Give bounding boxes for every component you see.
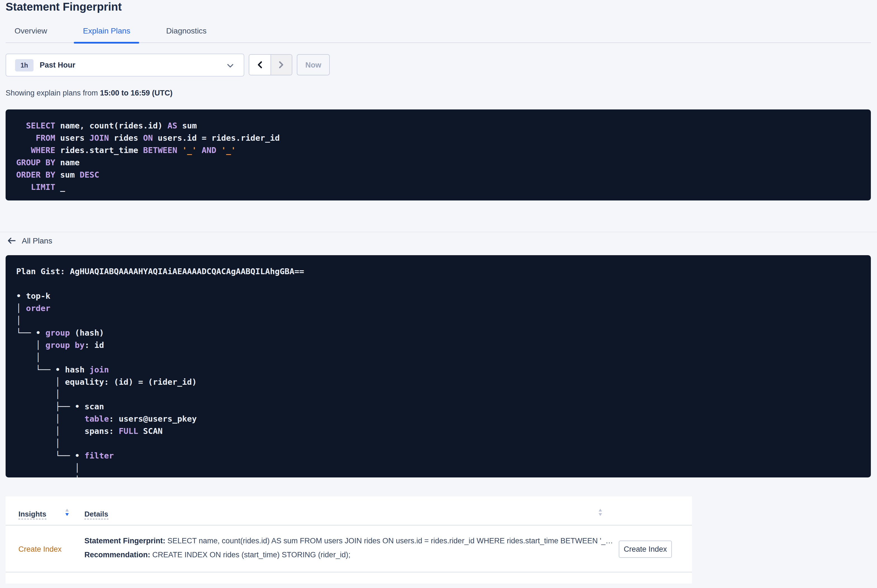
sort-icon-actions[interactable] xyxy=(599,509,602,516)
details-cell: Statement Fingerprint: SELECT name, coun… xyxy=(84,534,612,562)
tab-diagnostics[interactable]: Diagnostics xyxy=(157,19,215,43)
fingerprint-line: Statement Fingerprint: SELECT name, coun… xyxy=(84,534,612,548)
all-plans-link[interactable]: All Plans xyxy=(7,236,52,246)
page-title: Statement Fingerprint xyxy=(6,0,122,14)
now-button[interactable]: Now xyxy=(297,54,330,75)
table-row: Create Index Statement Fingerprint: SELE… xyxy=(6,525,692,572)
plan-gist-value: AgHUAQIABQAAAAHYAQIAiAEAAAADCQACAgAABQIL… xyxy=(70,267,304,276)
plan-gist-label: Plan Gist: xyxy=(16,267,70,276)
status-range: 15:00 to 16:59 (UTC) xyxy=(100,89,173,97)
time-pager xyxy=(249,54,292,75)
column-header-insights[interactable]: Insights xyxy=(18,510,47,519)
tab-explain-plans[interactable]: Explain Plans xyxy=(74,19,140,43)
fingerprint-label: Statement Fingerprint: xyxy=(84,537,165,545)
status-line: Showing explain plans from 15:00 to 16:5… xyxy=(6,88,173,98)
plan-gist-line: Plan Gist: AgHUAQIABQAAAAHYAQIAiAEAAAADC… xyxy=(16,265,860,278)
all-plans-label: All Plans xyxy=(22,236,52,245)
time-range-dropdown[interactable]: 1h Past Hour xyxy=(6,54,244,76)
column-header-insights-label: Insights xyxy=(18,510,47,518)
table-header-row: Insights Details xyxy=(6,496,692,525)
recommendation-text: CREATE INDEX ON rides (start_time) STORI… xyxy=(150,550,350,559)
arrow-left-icon xyxy=(7,237,16,244)
chevron-right-icon xyxy=(278,61,285,69)
tab-bar: Overview Explain Plans Diagnostics xyxy=(6,19,871,43)
column-header-details[interactable]: Details xyxy=(84,510,108,519)
chevron-down-icon xyxy=(227,64,234,68)
next-time-button[interactable] xyxy=(270,55,292,75)
status-prefix: Showing explain plans from xyxy=(6,89,100,97)
sql-code: SELECT name, count(rides.id) AS sum FROM… xyxy=(6,110,871,193)
plan-tree: • top-k│ order│└── • group (hash) │ grou… xyxy=(16,278,860,477)
sort-icon-insights[interactable] xyxy=(65,509,69,516)
fingerprint-text: SELECT name, count(rides.id) AS sum FROM… xyxy=(165,537,612,545)
insights-table-card: Insights Details Create Index Statement … xyxy=(6,496,692,584)
prev-time-button[interactable] xyxy=(249,55,270,75)
time-range-label: Past Hour xyxy=(40,61,75,69)
recommendation-label: Recommendation: xyxy=(84,550,150,559)
column-header-details-label: Details xyxy=(84,510,108,518)
recommendation-line: Recommendation: CREATE INDEX ON rides (s… xyxy=(84,548,612,562)
time-range-badge: 1h xyxy=(15,59,33,71)
tab-overview[interactable]: Overview xyxy=(6,19,56,43)
section-divider xyxy=(0,232,877,232)
insight-type-link[interactable]: Create Index xyxy=(18,525,62,572)
sql-statement-panel: SELECT name, count(rides.id) AS sum FROM… xyxy=(6,110,871,201)
plan-gist-panel: Plan Gist: AgHUAQIABQAAAAHYAQIAiAEAAAADC… xyxy=(6,255,871,477)
create-index-button[interactable]: Create Index xyxy=(619,540,672,558)
page: Statement Fingerprint Overview Explain P… xyxy=(0,0,877,588)
chevron-left-icon xyxy=(257,61,263,69)
